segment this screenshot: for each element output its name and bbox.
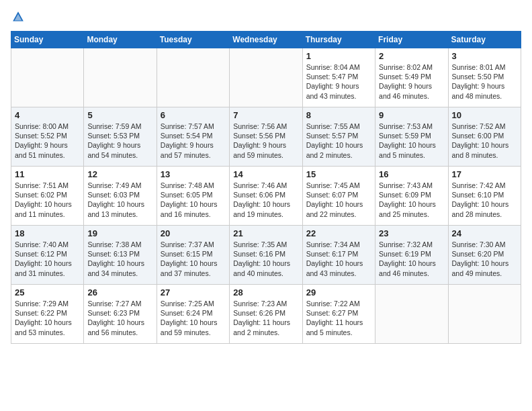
day-info: Sunrise: 7:32 AMSunset: 6:19 PMDaylight:… — [379, 240, 444, 278]
day-info: Sunrise: 7:29 AMSunset: 6:22 PMDaylight:… — [15, 299, 80, 337]
day-number: 22 — [306, 228, 371, 238]
day-info: Sunrise: 7:27 AMSunset: 6:23 PMDaylight:… — [87, 299, 152, 337]
calendar-cell: 9Sunrise: 7:53 AMSunset: 5:59 PMDaylight… — [375, 107, 448, 167]
day-number: 5 — [87, 110, 152, 120]
calendar-cell: 16Sunrise: 7:43 AMSunset: 6:09 PMDayligh… — [375, 167, 448, 226]
day-info: Sunrise: 8:01 AMSunset: 5:50 PMDaylight:… — [452, 62, 517, 101]
calendar-cell: 22Sunrise: 7:34 AMSunset: 6:17 PMDayligh… — [302, 226, 375, 285]
day-info: Sunrise: 7:38 AMSunset: 6:13 PMDaylight:… — [87, 240, 152, 278]
day-number: 18 — [15, 228, 80, 238]
day-number: 27 — [161, 287, 226, 298]
calendar-cell: 24Sunrise: 7:30 AMSunset: 6:20 PMDayligh… — [448, 226, 521, 285]
day-info: Sunrise: 8:00 AMSunset: 5:52 PMDaylight:… — [15, 122, 80, 160]
day-info: Sunrise: 7:23 AMSunset: 6:26 PMDaylight:… — [233, 299, 298, 337]
calendar-cell: 5Sunrise: 7:59 AMSunset: 5:53 PMDaylight… — [84, 107, 157, 167]
calendar-cell — [448, 285, 521, 344]
day-number: 11 — [15, 169, 80, 179]
day-info: Sunrise: 7:43 AMSunset: 6:09 PMDaylight:… — [379, 181, 444, 219]
day-number: 3 — [452, 51, 517, 61]
calendar-cell: 7Sunrise: 7:56 AMSunset: 5:56 PMDaylight… — [230, 107, 302, 167]
calendar-cell — [11, 48, 84, 107]
day-info: Sunrise: 7:37 AMSunset: 6:15 PMDaylight:… — [161, 240, 226, 278]
calendar-week-row: 18Sunrise: 7:40 AMSunset: 6:12 PMDayligh… — [11, 226, 521, 285]
calendar-cell: 2Sunrise: 8:02 AMSunset: 5:49 PMDaylight… — [375, 48, 448, 107]
calendar-cell: 14Sunrise: 7:46 AMSunset: 6:06 PMDayligh… — [230, 167, 302, 226]
calendar-table: SundayMondayTuesdayWednesdayThursdayFrid… — [11, 31, 521, 344]
calendar-dow-friday: Friday — [375, 32, 448, 48]
day-number: 17 — [452, 169, 517, 179]
day-number: 2 — [379, 51, 444, 61]
calendar-cell: 19Sunrise: 7:38 AMSunset: 6:13 PMDayligh… — [84, 226, 157, 285]
day-number: 28 — [233, 287, 298, 298]
day-number: 26 — [87, 287, 152, 298]
calendar-cell: 8Sunrise: 7:55 AMSunset: 5:57 PMDaylight… — [302, 107, 375, 167]
calendar-dow-wednesday: Wednesday — [230, 32, 302, 48]
day-number: 19 — [87, 228, 152, 238]
day-info: Sunrise: 7:57 AMSunset: 5:54 PMDaylight:… — [161, 122, 226, 160]
calendar-dow-thursday: Thursday — [302, 32, 375, 48]
calendar-cell: 10Sunrise: 7:52 AMSunset: 6:00 PMDayligh… — [448, 107, 521, 167]
calendar-cell: 23Sunrise: 7:32 AMSunset: 6:19 PMDayligh… — [375, 226, 448, 285]
calendar-cell: 6Sunrise: 7:57 AMSunset: 5:54 PMDaylight… — [157, 107, 229, 167]
calendar-cell: 1Sunrise: 8:04 AMSunset: 5:47 PMDaylight… — [302, 48, 375, 107]
calendar-dow-monday: Monday — [84, 32, 157, 48]
day-info: Sunrise: 7:46 AMSunset: 6:06 PMDaylight:… — [233, 181, 298, 219]
calendar-cell: 29Sunrise: 7:22 AMSunset: 6:27 PMDayligh… — [302, 285, 375, 344]
day-info: Sunrise: 7:49 AMSunset: 6:03 PMDaylight:… — [87, 181, 152, 219]
calendar-cell: 4Sunrise: 8:00 AMSunset: 5:52 PMDaylight… — [11, 107, 84, 167]
calendar-cell — [84, 48, 157, 107]
day-number: 6 — [161, 110, 226, 120]
calendar-dow-saturday: Saturday — [448, 32, 521, 48]
calendar-cell: 15Sunrise: 7:45 AMSunset: 6:07 PMDayligh… — [302, 167, 375, 226]
calendar-week-row: 11Sunrise: 7:51 AMSunset: 6:02 PMDayligh… — [11, 167, 521, 226]
calendar-cell: 13Sunrise: 7:48 AMSunset: 6:05 PMDayligh… — [157, 167, 229, 226]
day-number: 14 — [233, 169, 298, 179]
logo-icon — [12, 11, 24, 23]
day-number: 1 — [306, 51, 371, 61]
day-info: Sunrise: 7:53 AMSunset: 5:59 PMDaylight:… — [379, 122, 444, 160]
day-info: Sunrise: 7:35 AMSunset: 6:16 PMDaylight:… — [233, 240, 298, 278]
calendar-cell — [230, 48, 302, 107]
calendar-week-row: 1Sunrise: 8:04 AMSunset: 5:47 PMDaylight… — [11, 48, 521, 107]
calendar-cell — [375, 285, 448, 344]
day-info: Sunrise: 7:55 AMSunset: 5:57 PMDaylight:… — [306, 122, 371, 160]
calendar-cell: 26Sunrise: 7:27 AMSunset: 6:23 PMDayligh… — [84, 285, 157, 344]
calendar-week-row: 25Sunrise: 7:29 AMSunset: 6:22 PMDayligh… — [11, 285, 521, 344]
day-info: Sunrise: 7:52 AMSunset: 6:00 PMDaylight:… — [452, 122, 517, 160]
calendar-dow-tuesday: Tuesday — [157, 32, 229, 48]
calendar-cell: 11Sunrise: 7:51 AMSunset: 6:02 PMDayligh… — [11, 167, 84, 226]
day-number: 7 — [233, 110, 298, 120]
page-header — [11, 11, 521, 26]
calendar-cell: 20Sunrise: 7:37 AMSunset: 6:15 PMDayligh… — [157, 226, 229, 285]
day-info: Sunrise: 7:25 AMSunset: 6:24 PMDaylight:… — [161, 299, 226, 337]
day-info: Sunrise: 7:40 AMSunset: 6:12 PMDaylight:… — [15, 240, 80, 278]
day-number: 8 — [306, 110, 371, 120]
day-info: Sunrise: 7:45 AMSunset: 6:07 PMDaylight:… — [306, 181, 371, 219]
day-number: 12 — [87, 169, 152, 179]
day-number: 4 — [15, 110, 80, 120]
day-number: 20 — [161, 228, 226, 238]
day-info: Sunrise: 7:56 AMSunset: 5:56 PMDaylight:… — [233, 122, 298, 160]
calendar-header-row: SundayMondayTuesdayWednesdayThursdayFrid… — [11, 32, 521, 48]
day-number: 23 — [379, 228, 444, 238]
logo — [11, 11, 26, 26]
day-info: Sunrise: 7:22 AMSunset: 6:27 PMDaylight:… — [306, 299, 371, 337]
calendar-cell — [157, 48, 229, 107]
calendar-cell: 21Sunrise: 7:35 AMSunset: 6:16 PMDayligh… — [230, 226, 302, 285]
day-info: Sunrise: 7:48 AMSunset: 6:05 PMDaylight:… — [161, 181, 226, 219]
day-number: 21 — [233, 228, 298, 238]
calendar-cell: 27Sunrise: 7:25 AMSunset: 6:24 PMDayligh… — [157, 285, 229, 344]
day-info: Sunrise: 7:42 AMSunset: 6:10 PMDaylight:… — [452, 181, 517, 219]
day-number: 15 — [306, 169, 371, 179]
calendar-cell: 28Sunrise: 7:23 AMSunset: 6:26 PMDayligh… — [230, 285, 302, 344]
calendar-cell: 18Sunrise: 7:40 AMSunset: 6:12 PMDayligh… — [11, 226, 84, 285]
day-info: Sunrise: 8:02 AMSunset: 5:49 PMDaylight:… — [379, 62, 444, 101]
calendar-cell: 25Sunrise: 7:29 AMSunset: 6:22 PMDayligh… — [11, 285, 84, 344]
day-info: Sunrise: 7:51 AMSunset: 6:02 PMDaylight:… — [15, 181, 80, 219]
day-number: 24 — [452, 228, 517, 238]
day-info: Sunrise: 7:30 AMSunset: 6:20 PMDaylight:… — [452, 240, 517, 278]
day-info: Sunrise: 8:04 AMSunset: 5:47 PMDaylight:… — [306, 62, 371, 101]
calendar-week-row: 4Sunrise: 8:00 AMSunset: 5:52 PMDaylight… — [11, 107, 521, 167]
day-number: 10 — [452, 110, 517, 120]
day-number: 13 — [161, 169, 226, 179]
